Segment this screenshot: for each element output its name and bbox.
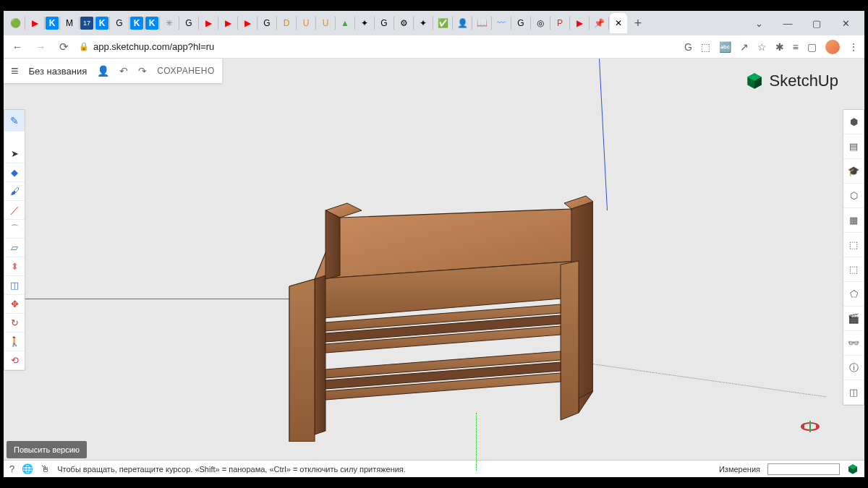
tab-25[interactable]: 📖 — [473, 13, 490, 33]
extensions-icon[interactable]: ✱ — [775, 41, 784, 53]
tab-3[interactable]: M — [61, 13, 78, 33]
redo-button[interactable]: ↷ — [138, 65, 147, 77]
tab-11[interactable]: ▶ — [200, 13, 217, 33]
orbit-compass-icon — [799, 419, 821, 434]
tab-30[interactable]: ▶ — [571, 13, 588, 33]
mouse-icon[interactable]: 🖱 — [41, 463, 50, 474]
tab-19[interactable]: ✦ — [356, 13, 373, 33]
model-bench[interactable] — [275, 153, 593, 442]
info[interactable]: ⓘ — [843, 356, 864, 380]
svg-marker-9 — [326, 210, 340, 279]
tab-26[interactable]: 〰 — [493, 13, 510, 33]
styles[interactable]: ⬚ — [843, 233, 864, 257]
eraser-tool[interactable]: ◆ — [4, 163, 25, 182]
z-axis — [599, 59, 608, 210]
url-input[interactable]: 🔒 app.sketchup.com/app?hl=ru — [79, 41, 677, 52]
learn[interactable]: 🎓 — [843, 159, 864, 184]
tab-5[interactable]: K — [95, 17, 109, 30]
addr-icon-1[interactable]: ⬚ — [701, 41, 710, 53]
move-tool[interactable]: ✥ — [4, 295, 25, 314]
reload-button[interactable]: ⟳ — [56, 39, 72, 55]
maximize-button[interactable]: ▢ — [807, 13, 827, 33]
tab-15[interactable]: D — [278, 13, 295, 33]
y-axis-back — [582, 362, 826, 397]
tags[interactable]: ⬠ — [843, 282, 864, 307]
browser-tab-strip: 🟢 ▶ K M 17 K G K K ✳ G ▶ ▶ ▶ G D U U ▲ ✦… — [4, 11, 864, 35]
tab-10[interactable]: G — [180, 13, 197, 33]
select-tool[interactable]: ➤ — [4, 145, 25, 163]
offset-tool[interactable]: ◫ — [4, 276, 25, 295]
new-tab-button[interactable]: + — [628, 13, 648, 33]
dropdown-icon[interactable]: ⌄ — [749, 13, 769, 33]
tab-24[interactable]: 👤 — [454, 13, 471, 33]
minimize-button[interactable]: — — [778, 13, 798, 33]
addr-icon-3[interactable]: ↗ — [740, 41, 749, 53]
measurements-input[interactable] — [767, 463, 840, 475]
addr-icon-2[interactable]: 🔤 — [719, 41, 731, 53]
entity-info[interactable]: ⬢ — [843, 110, 864, 134]
tab-0[interactable]: 🟢 — [7, 13, 24, 33]
arc-tool[interactable]: ⌒ — [4, 220, 25, 239]
rotate-tool[interactable]: ↻ — [4, 314, 25, 333]
tab-16[interactable]: U — [297, 13, 315, 33]
instructor[interactable]: ▤ — [843, 134, 864, 159]
logo-text: SketchUp — [770, 72, 838, 90]
components[interactable]: ⬡ — [843, 184, 864, 208]
profile-avatar[interactable] — [825, 40, 840, 54]
status-hint: Чтобы вращать, перетащите курсор. «Shift… — [57, 465, 712, 474]
tab-2[interactable]: K — [46, 17, 59, 30]
addr-icon-7[interactable]: ▢ — [807, 41, 817, 53]
shape-tool[interactable]: ▱ — [4, 239, 25, 257]
close-window-button[interactable]: ✕ — [835, 13, 856, 33]
tab-23[interactable]: ✅ — [434, 13, 451, 33]
help-icon[interactable]: ? — [9, 463, 14, 474]
close-tab-icon[interactable]: ✕ — [615, 18, 622, 28]
paint-tool[interactable]: 🖌 — [4, 182, 25, 201]
svg-marker-8 — [561, 261, 579, 420]
tab-27[interactable]: G — [512, 13, 529, 33]
tab-13[interactable]: ▶ — [239, 13, 256, 33]
tab-8[interactable]: K — [145, 17, 158, 30]
tab-12[interactable]: ▶ — [219, 13, 237, 33]
undo-button[interactable]: ↶ — [119, 65, 128, 77]
tab-6[interactable]: G — [111, 13, 128, 33]
display[interactable]: 👓 — [843, 331, 864, 356]
tab-7[interactable]: K — [130, 17, 143, 30]
walk-tool[interactable]: 🚶 — [4, 333, 25, 351]
tab-18[interactable]: ▲ — [336, 13, 354, 33]
outliner[interactable]: ⬚ — [843, 257, 864, 282]
active-tab[interactable]: ✕ — [610, 13, 627, 33]
tab-29[interactable]: P — [551, 13, 569, 33]
tab-20[interactable]: G — [375, 13, 393, 33]
viewport-3d[interactable] — [4, 59, 864, 477]
tab-31[interactable]: 📌 — [590, 13, 608, 33]
tab-17[interactable]: U — [317, 13, 334, 33]
orbit-tool[interactable]: ⟲ — [4, 351, 25, 370]
search[interactable]: ◫ — [843, 380, 864, 405]
tab-21[interactable]: ⚙ — [395, 13, 412, 33]
scenes[interactable]: 🎬 — [843, 307, 864, 331]
sketchup-logo: SketchUp — [745, 72, 838, 90]
chrome-menu-icon[interactable]: ⋮ — [848, 41, 859, 53]
document-title[interactable]: Без названия — [29, 66, 88, 77]
back-button[interactable]: ← — [9, 39, 25, 55]
line-tool[interactable]: ／ — [4, 201, 25, 220]
tab-28[interactable]: ◎ — [532, 13, 549, 33]
forward-button[interactable]: → — [33, 39, 48, 55]
upgrade-button[interactable]: Повысить версию — [7, 441, 87, 458]
materials[interactable]: ▦ — [843, 208, 864, 233]
tab-1[interactable]: ▶ — [26, 13, 43, 33]
addr-icon-0[interactable]: G — [684, 41, 692, 53]
addr-icon-4[interactable]: ☆ — [757, 41, 767, 53]
tab-4[interactable]: 17 — [80, 17, 93, 30]
tab-9[interactable]: ✳ — [161, 13, 178, 33]
menu-button[interactable]: ≡ — [11, 64, 19, 79]
tab-14[interactable]: G — [258, 13, 276, 33]
person-icon[interactable]: 👤 — [97, 65, 109, 77]
language-icon[interactable]: 🌐 — [22, 463, 33, 474]
sketch-tool[interactable]: ✎ — [4, 110, 25, 132]
pushpull-tool[interactable]: ⬍ — [4, 257, 25, 276]
addr-icon-6[interactable]: ≡ — [793, 41, 799, 53]
tab-22[interactable]: ✦ — [414, 13, 432, 33]
sketchup-app: ≡ Без названия 👤 ↶ ↷ СОХРАНЕНО SketchUp … — [4, 59, 864, 477]
